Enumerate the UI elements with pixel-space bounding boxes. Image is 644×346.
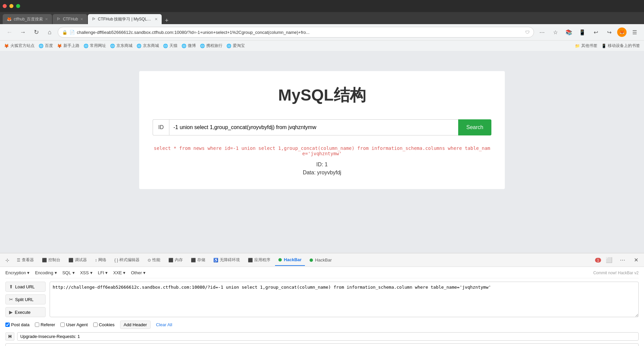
load-url-button[interactable]: ⬆ Load URL xyxy=(5,282,46,292)
browser-tab-1[interactable]: 🦊 ctfhub_百度搜索 ✕ xyxy=(3,14,52,24)
post-data-checkbox-label[interactable]: Post data xyxy=(5,322,30,327)
tab-title-2: CTFHub xyxy=(63,17,78,21)
style-icon: { } xyxy=(114,258,118,263)
hackbar-panel: Encryption ▾ Encoding ▾ SQL ▾ XSS ▾ LFI … xyxy=(0,267,644,346)
storage-icon: ⬛ xyxy=(191,258,196,263)
undo-btn[interactable]: ↩ xyxy=(590,27,601,38)
devtools-tab-debugger[interactable]: ⬛ 调试器 xyxy=(65,254,90,266)
split-url-button[interactable]: ✂ Split URL xyxy=(5,294,46,304)
hackbar-menu-encryption[interactable]: Encryption ▾ xyxy=(5,270,30,275)
devtools-tab-accessibility[interactable]: ♿ 无障碍环境 xyxy=(210,254,243,266)
tab-favicon-2: 🏳 xyxy=(57,17,61,21)
add-header-button[interactable]: Add Header xyxy=(120,321,151,329)
shields-icon: 🛡 xyxy=(525,30,530,35)
url-input[interactable]: http://challenge-dff6eab52666612c.sandbo… xyxy=(50,282,639,317)
bookmark-baidu[interactable]: 🌐 百度 xyxy=(39,43,53,49)
tab-close-2[interactable]: ✕ xyxy=(80,17,83,21)
devtools-tab-inspector[interactable]: ☰ 查看器 xyxy=(13,254,37,266)
forward-button[interactable]: → xyxy=(17,27,28,38)
header-value-input[interactable] xyxy=(17,332,639,341)
tab-close-3[interactable]: ✕ xyxy=(155,17,158,21)
devtools-expand-btn[interactable]: ⬜ xyxy=(604,255,614,266)
devtools-tab-console[interactable]: ⬛ 控制台 xyxy=(39,254,64,266)
devtools-tab-storage[interactable]: ⬛ 存储 xyxy=(187,254,209,266)
devtools-tab-style[interactable]: { } 样式编辑器 xyxy=(111,254,143,266)
tab-favicon-3: 🏳 xyxy=(92,17,96,21)
bookmark-taobao[interactable]: 🌐 爱淘宝 xyxy=(226,43,245,49)
clear-all-button[interactable]: Clear All xyxy=(156,322,172,327)
cookies-checkbox[interactable] xyxy=(93,323,98,327)
user-agent-checkbox-label[interactable]: User Agent xyxy=(60,322,88,327)
hackbar-menu-xxe[interactable]: XXE ▾ xyxy=(113,270,125,275)
id-label: ID xyxy=(153,119,169,135)
devtools-picker-btn[interactable]: ⊹ xyxy=(3,255,12,265)
devtools-tab-hackbar-1[interactable]: HackBar xyxy=(275,254,305,266)
back-button[interactable]: ← xyxy=(4,27,15,38)
bookmark-weibo[interactable]: 🌐 微博 xyxy=(181,43,196,49)
bookmark-ctrip[interactable]: 🌐 携程旅行 xyxy=(200,43,222,49)
network-icon: ↕ xyxy=(95,258,97,263)
bookmark-other[interactable]: 📁 其他书签 xyxy=(575,43,597,49)
hackbar-menu-sql[interactable]: SQL ▾ xyxy=(62,270,75,275)
close-window-btn[interactable] xyxy=(3,4,7,8)
browser-tab-2[interactable]: 🏳 CTFHub ✕ xyxy=(53,14,87,24)
hackbar-left-buttons: ⬆ Load URL ✂ Split URL ▶ Execute xyxy=(5,282,46,317)
hackbar-menu-bar: Encryption ▾ Encoding ▾ SQL ▾ XSS ▾ LFI … xyxy=(5,270,639,278)
library-btn[interactable]: 📚 xyxy=(564,27,574,38)
bookmark-tmall[interactable]: 🌐 天猫 xyxy=(163,43,177,49)
devtools-tab-application[interactable]: ⬛ 应用程序 xyxy=(245,254,274,266)
new-tab-button[interactable]: + xyxy=(162,17,171,24)
devtools-close-btn[interactable]: ✕ xyxy=(631,255,641,266)
search-button[interactable]: Search xyxy=(458,119,491,135)
browser-tab-3[interactable]: 🏳 CTFHub 技能学习 | MySQL结构 ✕ xyxy=(88,14,162,24)
hackbar-dot-2 xyxy=(310,258,313,262)
bookmark-mobile[interactable]: 📱 移动设备上的书签 xyxy=(601,43,640,49)
execute-button[interactable]: ▶ Execute xyxy=(5,307,46,317)
accessibility-icon: ♿ xyxy=(213,258,218,263)
encryption-arrow: ▾ xyxy=(27,270,30,275)
tab-close-1[interactable]: ✕ xyxy=(45,17,48,21)
menu-btn[interactable]: ☰ xyxy=(629,27,640,38)
refresh-button[interactable]: ↻ xyxy=(31,27,42,38)
maximize-window-btn[interactable] xyxy=(16,4,20,8)
hackbar-body: ⬆ Load URL ✂ Split URL ▶ Execute http://… xyxy=(5,282,639,317)
post-data-area[interactable] xyxy=(5,343,639,346)
tabs-bar: 🦊 ctfhub_百度搜索 ✕ 🏳 CTFHub ✕ 🏳 CTFHub 技能学习… xyxy=(0,12,644,24)
hackbar-menu-xss[interactable]: XSS ▾ xyxy=(80,270,93,275)
hackbar-menu-lfi[interactable]: LFI ▾ xyxy=(98,270,108,275)
search-input[interactable] xyxy=(169,119,458,135)
devtools-tab-memory[interactable]: ⬛ 内存 xyxy=(165,254,186,266)
devtools-tab-network[interactable]: ↕ 网络 xyxy=(92,254,110,266)
devtools-tab-hackbar-2[interactable]: HackBar xyxy=(306,254,335,266)
home-button[interactable]: ⌂ xyxy=(44,27,55,38)
devtools-tab-performance[interactable]: ⊙ 性能 xyxy=(144,254,164,266)
hackbar-menu-encoding[interactable]: Encoding ▾ xyxy=(35,270,57,275)
post-data-checkbox[interactable] xyxy=(5,323,10,327)
referer-checkbox[interactable] xyxy=(35,323,39,327)
bookmark-firefox[interactable]: 🦊 火狐官方站点 xyxy=(4,43,35,49)
address-bar[interactable]: 🔒 📄 challenge-dff6eab52666612c.sandbox.c… xyxy=(58,27,534,38)
profile-btn[interactable]: 🦊 xyxy=(617,27,627,37)
devtools-toolbar: ⊹ ☰ 查看器 ⬛ 控制台 ⬛ 调试器 ↕ 网络 { } 样式编辑器 ⊙ 性能 … xyxy=(0,253,644,267)
bookmark-jd2[interactable]: 🌐 京东商城 xyxy=(137,43,159,49)
page-title: MySQL结构 xyxy=(278,84,366,106)
bookmark-newuser[interactable]: 🦊 新手上路 xyxy=(57,43,79,49)
search-row: ID Search xyxy=(153,119,491,135)
redo-btn[interactable]: ↪ xyxy=(604,27,614,38)
extensions-btn[interactable]: ⋯ xyxy=(537,27,547,38)
memory-icon: ⬛ xyxy=(168,258,173,263)
address-icon: 📄 xyxy=(69,30,75,35)
user-agent-checkbox[interactable] xyxy=(60,323,65,327)
hackbar-menu-other[interactable]: Other ▾ xyxy=(131,270,146,275)
tab-title-1: ctfhub_百度搜索 xyxy=(14,16,43,22)
devtools-more-btn[interactable]: ⋯ xyxy=(617,255,628,266)
bookmark-btn[interactable]: ☆ xyxy=(550,27,561,38)
bookmark-jd1[interactable]: 🌐 京东商城 xyxy=(110,43,132,49)
referer-checkbox-label[interactable]: Referer xyxy=(35,322,55,327)
cookies-checkbox-label[interactable]: Cookies xyxy=(93,322,115,327)
hackbar-dot-1 xyxy=(278,258,282,262)
minimize-window-btn[interactable] xyxy=(9,4,13,8)
bookmark-common[interactable]: 🌐 常用网址 xyxy=(84,43,106,49)
synced-tabs-btn[interactable]: 📱 xyxy=(577,27,588,38)
hackbar-checkboxes: Post data Referer User Agent Cookies Add… xyxy=(5,321,639,329)
